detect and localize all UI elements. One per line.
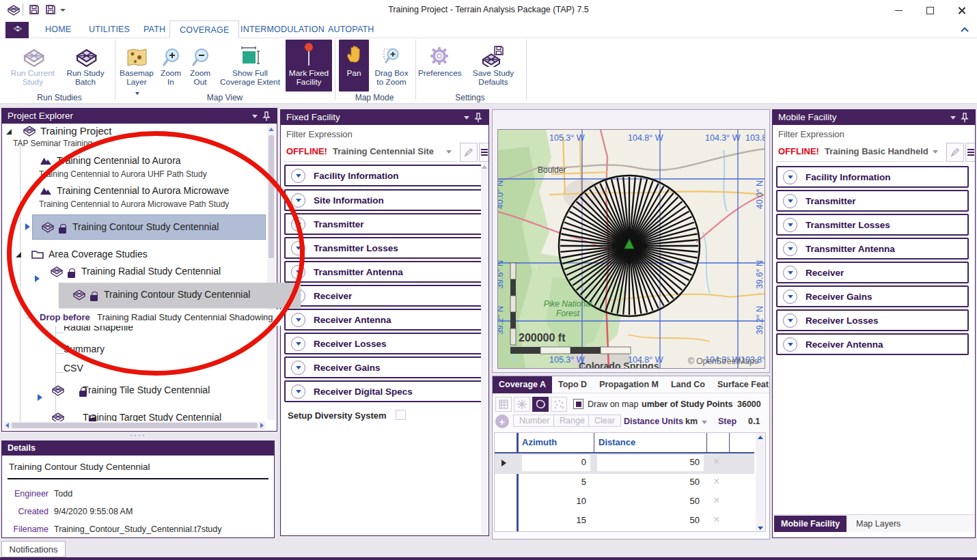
map-viewport[interactable]: 105.3° W 104.8° W 104.3° W 103.8° W 105.… (497, 129, 765, 369)
tab-home[interactable]: HOME (36, 20, 81, 38)
tile-mode-button[interactable] (495, 397, 512, 412)
tree-item-contour-study-selected[interactable]: Training Contour Study Centennial (32, 214, 266, 240)
expander-circle-icon[interactable] (291, 384, 305, 399)
expander-circle-icon[interactable] (291, 217, 305, 232)
delete-row-icon[interactable]: × (713, 456, 719, 468)
expander-circle-icon[interactable] (291, 265, 305, 279)
app-menu-button[interactable] (5, 22, 29, 38)
delete-row-icon[interactable]: × (713, 514, 719, 526)
expander-circle-icon[interactable] (783, 290, 797, 304)
expander-circle-icon[interactable] (783, 337, 797, 352)
range-button[interactable]: Range (553, 415, 591, 427)
expander-circle-icon[interactable] (783, 242, 797, 256)
pin-icon[interactable] (472, 113, 483, 123)
zoom-out-button[interactable]: Zoom Out (186, 40, 215, 90)
notifications-tab[interactable]: Notifications (1, 541, 66, 557)
tab-autopath[interactable]: AUTOPATH (318, 20, 384, 38)
tree-item-training-project[interactable]: Training Project (40, 125, 112, 137)
panel-menu-icon[interactable] (950, 116, 956, 120)
expander-closed-icon[interactable] (35, 275, 40, 282)
close-button[interactable] (946, 0, 977, 20)
fixed-facility-scrollbar[interactable] (481, 163, 488, 534)
expander-circle-icon[interactable] (291, 337, 305, 351)
run-current-study-button[interactable]: Run Current Study (8, 40, 57, 90)
section-receiver[interactable]: Receiver (776, 262, 969, 283)
section-facility-information[interactable]: Facility Information (776, 166, 969, 188)
table-row[interactable]: 15 50 × (495, 512, 754, 531)
panel-menu-icon[interactable] (464, 116, 469, 120)
pin-icon[interactable] (260, 111, 271, 122)
pan-button[interactable]: Pan (339, 40, 369, 92)
points-mode-button[interactable] (551, 397, 567, 412)
section-receiver-antenna[interactable]: Receiver Antenna (284, 309, 482, 331)
tree-item-csv[interactable]: CSV (64, 363, 83, 374)
table-scrollbar[interactable] (756, 433, 765, 532)
cell-distance[interactable]: 50 (597, 496, 704, 506)
azimuth-table[interactable]: Azimuth Distance 0 50 × 5 50 × 10 50 × 1… (494, 432, 766, 532)
cell-distance[interactable]: 50 (597, 515, 704, 525)
vertical-scrollbar[interactable] (267, 125, 275, 420)
section-receiver-gains[interactable]: Receiver Gains (284, 356, 482, 378)
minimize-button[interactable] (883, 0, 914, 20)
preferences-button[interactable]: Preferences (418, 40, 460, 90)
expander-circle-icon[interactable] (291, 313, 305, 327)
tab-land-cover[interactable]: Land Co (665, 376, 711, 393)
expander-circle-icon[interactable] (291, 169, 305, 183)
tab-propagation-model[interactable]: Propagation M (593, 376, 665, 393)
table-row[interactable]: 5 50 × (495, 474, 754, 493)
clear-button[interactable]: Clear (588, 415, 621, 427)
edit-facility-button[interactable] (460, 143, 478, 162)
section-receiver[interactable]: Receiver (284, 285, 482, 307)
mark-fixed-facility-button[interactable]: Mark Fixed Facility (286, 40, 332, 92)
setup-diversity-checkbox[interactable] (396, 410, 406, 420)
cell-distance[interactable]: 50 (597, 455, 704, 471)
section-transmitter-losses[interactable]: Transmitter Losses (776, 214, 969, 236)
chevron-down-icon[interactable] (933, 150, 938, 154)
contour-mode-button[interactable] (532, 397, 549, 412)
section-receiver-digital-specs[interactable]: Receiver Digital Specs (284, 380, 482, 402)
tree-item-centennial-aurora-microwave[interactable]: Training Centennial to Aurora Microwave (57, 185, 229, 196)
tree-item-tile-study[interactable]: Training Tile Study Centennial (83, 384, 210, 395)
section-transmitter-antenna[interactable]: Transmitter Antenna (776, 238, 969, 260)
col-header-azimuth[interactable]: Azimuth (522, 437, 557, 447)
tree-item-radial-study[interactable]: Training Radial Study Centennial (81, 266, 221, 277)
delete-row-icon[interactable]: × (713, 494, 719, 507)
collapse-ribbon-icon[interactable] (959, 26, 970, 34)
section-receiver-losses[interactable]: Receiver Losses (776, 309, 969, 331)
project-tree[interactable]: Training Project TAP Seminar Training Tr… (2, 124, 277, 431)
table-row[interactable]: 10 50 × (495, 493, 754, 512)
section-transmitter[interactable]: Transmitter (776, 190, 969, 212)
edit-facility-button[interactable] (946, 143, 964, 162)
cell-azimuth[interactable]: 15 (522, 515, 590, 525)
expander-circle-icon[interactable] (783, 218, 797, 232)
add-row-button[interactable]: + (495, 415, 509, 428)
units-dropdown-icon[interactable] (702, 421, 707, 424)
basemap-layer-button[interactable]: Basemap Layer (118, 40, 156, 90)
distance-units-value[interactable]: km (685, 417, 698, 426)
number-button[interactable]: Number (513, 415, 555, 427)
section-site-information[interactable]: Site Information (284, 189, 482, 211)
horizontal-scrollbar[interactable] (3, 421, 266, 430)
cell-distance[interactable]: 50 (597, 477, 704, 487)
tab-coverage-area[interactable]: Coverage A (493, 376, 552, 393)
expander-closed-icon[interactable] (38, 394, 42, 401)
delete-row-icon[interactable]: × (713, 475, 719, 488)
expander-circle-icon[interactable] (783, 170, 797, 184)
table-row[interactable]: 0 50 × (495, 453, 754, 474)
section-receiver-gains[interactable]: Receiver Gains (776, 285, 969, 307)
expander-circle-icon[interactable] (783, 194, 797, 208)
zoom-in-button[interactable]: Zoom In (157, 40, 184, 90)
tab-map-layers[interactable]: Map Layers (849, 516, 907, 532)
pin-icon[interactable] (959, 113, 969, 123)
expander-circle-icon[interactable] (291, 361, 305, 375)
show-full-coverage-extent-button[interactable]: Show Full Coverage Extent (217, 40, 283, 90)
expander-open-icon[interactable] (16, 252, 21, 257)
cell-azimuth[interactable]: 10 (522, 496, 590, 506)
tree-item-summary[interactable]: Summary (64, 344, 105, 354)
section-transmitter[interactable]: Transmitter (284, 213, 482, 235)
tab-topo-data[interactable]: Topo D (552, 376, 593, 393)
expander-open-icon[interactable] (6, 129, 12, 135)
expander-circle-icon[interactable] (783, 313, 797, 328)
tab-utilities[interactable]: UTILITIES (79, 20, 139, 38)
tree-item-area-coverage-studies[interactable]: Area Coverage Studies (49, 249, 148, 260)
